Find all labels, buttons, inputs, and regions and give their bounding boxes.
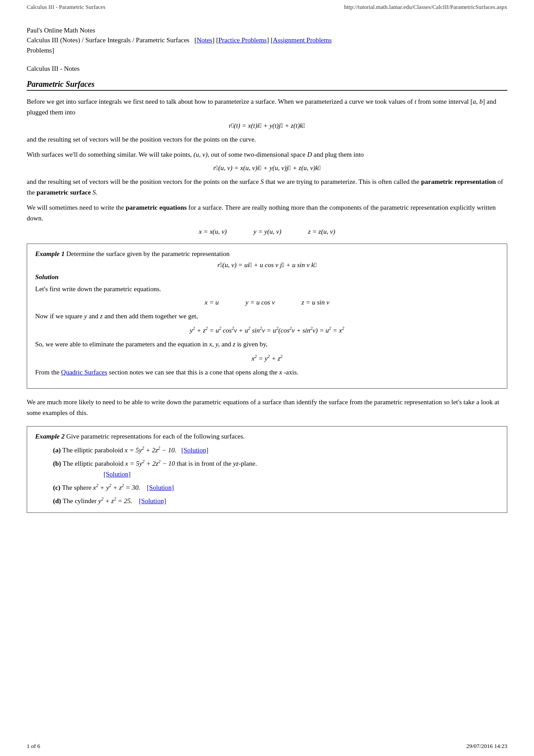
after-rt: and the resulting set of vectors will be… bbox=[27, 134, 507, 145]
sol2-y: y bbox=[84, 313, 87, 320]
breadcrumb: Calculus III (Notes) / Surface Integrals… bbox=[27, 35, 507, 55]
formula-ruv: r⃗(u, v) = x(u, v)i⃗ + y(u, v)j⃗ + z(u, … bbox=[27, 164, 507, 172]
sol4-text: From the Quadric Surfaces section notes … bbox=[35, 367, 499, 378]
example-2-b-label: (b) bbox=[53, 460, 61, 467]
var-t: t bbox=[414, 98, 416, 105]
after-ruv: and the resulting set of vectors will be… bbox=[27, 176, 507, 198]
bold-parametric-surface: parametric surface bbox=[36, 189, 91, 196]
sol2-z: z bbox=[100, 313, 103, 320]
sol3-y: y, bbox=[215, 341, 220, 348]
footer-left: 1 of 6 bbox=[27, 743, 40, 750]
sol1-xyz: x = u y = u cos v z = u sin v bbox=[35, 299, 499, 306]
example-2-header: Example 2 Give parametric representation… bbox=[35, 433, 499, 440]
example-2-b-solution-link[interactable]: [Solution] bbox=[104, 471, 131, 478]
intro-paragraph-1: Before we get into surface integrals we … bbox=[27, 96, 507, 118]
param-eq-intro: We will sometimes need to write the para… bbox=[27, 202, 507, 224]
example-2-c-solution-link[interactable]: [Solution] bbox=[147, 484, 174, 491]
example-2-a-label: (a) bbox=[53, 447, 61, 454]
bold-param-eq: parametric equations bbox=[126, 204, 187, 211]
assignment-link[interactable]: Assignment Problems bbox=[273, 37, 332, 44]
quadric-surfaces-link[interactable]: Quadric Surfaces bbox=[61, 369, 107, 376]
solution-label: Solution bbox=[35, 273, 499, 281]
example-2-b: (b) The elliptic paraboloid x = 5y2 + 2z… bbox=[53, 458, 499, 480]
example-2-c-label: (c) bbox=[53, 484, 61, 491]
example-2-d-label: (d) bbox=[53, 497, 61, 504]
practice-link[interactable]: Practice Problems bbox=[218, 37, 267, 44]
example-2-a: (a) The elliptic paraboloid x = 5y2 + 2z… bbox=[53, 445, 499, 455]
top-bar: Paul's Online Math Notes Calculus III (N… bbox=[27, 27, 507, 55]
var-uv: (u, v), bbox=[194, 151, 209, 158]
example-2-d: (d) The cylinder y2 + z2 = 25. [Solution… bbox=[53, 496, 499, 506]
browser-url: http://tutorial.math.lamar.edu/Classes/C… bbox=[344, 4, 507, 11]
sol3-z: z bbox=[233, 341, 235, 348]
notes-link[interactable]: Notes bbox=[197, 37, 212, 44]
breadcrumb-text: Calculus III (Notes) / Surface Integrals… bbox=[27, 37, 190, 44]
example-2-d-formula: y2 + z2 = 25. bbox=[98, 497, 134, 504]
var-D: D bbox=[307, 151, 312, 158]
topic-rule bbox=[27, 90, 507, 91]
bold-parametric-rep: parametric representation bbox=[421, 178, 496, 185]
formula-xyz: x = x(u, v) y = y(u, v) z = z(u, v) bbox=[27, 228, 507, 236]
problems-label: Problems bbox=[27, 47, 52, 54]
sol1-text: Let's first write down the parametric eq… bbox=[35, 284, 499, 294]
surface-S: S bbox=[260, 178, 264, 185]
sol3-formula: x2 = y2 + z2 bbox=[35, 354, 499, 362]
sol3-text: So, we were able to eliminate the parame… bbox=[35, 339, 499, 350]
interval-ab: [a, b] bbox=[470, 98, 485, 105]
intro-paragraph-2: With surfaces we'll do something similar… bbox=[27, 149, 507, 160]
example-2-c: (c) The sphere x2 + y2 + z2 = 30. [Solut… bbox=[53, 482, 499, 493]
sol2-formula: y2 + z2 = u2 cos2v + u2 sin2v = u2(cos2v… bbox=[35, 326, 499, 334]
example-1-formula: r⃗(u, v) = ui⃗ + u cos v j⃗ + u sin v k⃗ bbox=[35, 261, 499, 269]
after-example1: We are much more likely to need to be ab… bbox=[27, 397, 507, 418]
example-2-b-plane: yz bbox=[233, 460, 239, 467]
section-label: Calculus III - Notes bbox=[27, 65, 507, 73]
section-text: Calculus III - Notes bbox=[27, 65, 80, 72]
example-1-header: Example 1 Determine the surface given by… bbox=[35, 250, 499, 258]
formula-rt: r⃗(t) = x(t)i⃗ + y(t)j⃗ + z(t)k⃗ bbox=[27, 122, 507, 130]
example-2-box: Example 2 Give parametric representation… bbox=[27, 426, 507, 513]
sol3-x: x, bbox=[209, 341, 214, 348]
sol2-text: Now if we square y and z and then add th… bbox=[35, 311, 499, 321]
example-2-b-formula: x = 5y2 + 2z2 − 10 bbox=[125, 460, 177, 467]
site-name: Paul's Online Math Notes bbox=[27, 27, 507, 34]
topic-title: Parametric Surfaces bbox=[27, 80, 507, 89]
example-2-a-solution-link[interactable]: [Solution] bbox=[181, 447, 208, 454]
browser-title: Calculus III - Parametric Surfaces bbox=[27, 4, 105, 11]
example-2-a-formula: x = 5y2 + 2z2 − 10. bbox=[125, 447, 178, 454]
example-2-c-formula: x2 + y2 + z2 = 30. bbox=[93, 484, 142, 491]
footer-right: 29/07/2016 14:23 bbox=[466, 743, 507, 750]
sol4-x: x bbox=[279, 369, 282, 376]
example-2-d-solution-link[interactable]: [Solution] bbox=[139, 497, 166, 504]
example-1-box: Example 1 Determine the surface given by… bbox=[27, 244, 507, 389]
page-container: Calculus III - Parametric Surfaces http:… bbox=[0, 0, 534, 756]
